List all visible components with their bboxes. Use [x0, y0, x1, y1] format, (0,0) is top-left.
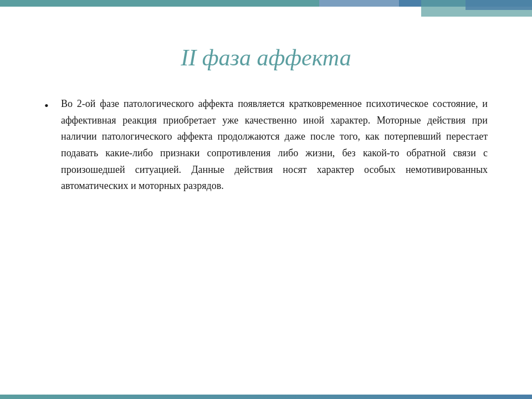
slide-title: II фаза аффекта: [44, 44, 488, 71]
slide-body: Во 2-ой фазе патологического аффекта поя…: [44, 96, 488, 366]
bottom-bar-decoration: [0, 395, 532, 399]
top-right-accent-decoration: [421, 0, 532, 28]
bullet-list: Во 2-ой фазе патологического аффекта поя…: [44, 96, 488, 195]
slide-container: II фаза аффекта Во 2-ой фазе патологичес…: [0, 0, 532, 399]
slide-content: II фаза аффекта Во 2-ой фазе патологичес…: [0, 0, 532, 399]
list-item: Во 2-ой фазе патологического аффекта поя…: [44, 96, 488, 195]
